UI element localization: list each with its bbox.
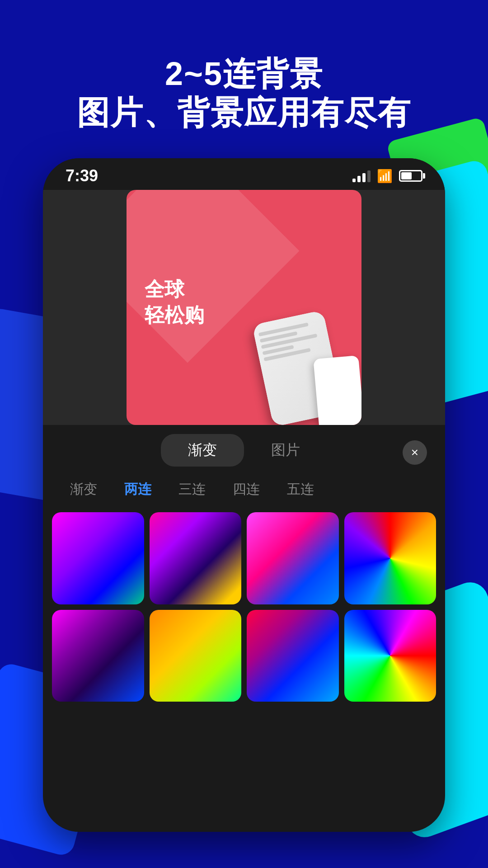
battery-icon [399,170,422,182]
status-bar: 7:39 📶 [43,158,445,190]
sub-tab-quint[interactable]: 五连 [273,476,328,503]
header-title-line2: 图片、背景应用有尽有 [0,93,488,132]
close-button[interactable]: × [403,440,427,465]
signal-bar-3 [362,173,366,182]
status-time: 7:39 [66,166,98,185]
status-icons: 📶 [352,169,422,184]
phone-illustration [249,307,361,425]
sub-tab-double[interactable]: 两连 [111,476,165,503]
bottom-panel: 渐变 图片 × 渐变 两连 三连 四连 五连 [43,425,445,711]
phone-mockup: 7:39 📶 全球 轻松购 [43,158,445,832]
gradient-cell-5[interactable] [52,610,144,702]
gradient-cell-7[interactable] [247,610,339,702]
preview-container: 全球 轻松购 [43,190,445,425]
battery-fill [401,172,412,179]
gradient-cell-3[interactable] [247,512,339,604]
gradient-cell-8[interactable] [344,610,436,702]
preview-text-line2: 轻松购 [145,302,204,328]
wifi-icon: 📶 [377,169,393,184]
gradient-cell-2[interactable] [150,512,242,604]
header-section: 2~5连背景 图片、背景应用有尽有 [0,54,488,132]
main-tab-bar: 渐变 图片 × [43,425,445,471]
signal-icon [352,170,371,182]
gradient-grid [43,512,445,711]
phone-outer [313,355,361,425]
gradient-cell-6[interactable] [150,610,242,702]
sub-tab-quad[interactable]: 四连 [219,476,273,503]
tab-image[interactable]: 图片 [244,434,327,467]
signal-bar-1 [352,179,356,182]
signal-bar-2 [357,176,361,182]
preview-card-text: 全球 轻松购 [145,276,204,328]
sub-tab-gradient[interactable]: 渐变 [56,476,111,503]
preview-card: 全球 轻松购 [127,190,361,425]
tab-gradient[interactable]: 渐变 [161,434,244,467]
preview-text-line1: 全球 [145,276,204,302]
sub-tab-triple[interactable]: 三连 [165,476,219,503]
sub-tab-bar: 渐变 两连 三连 四连 五连 [43,471,445,512]
gradient-cell-1[interactable] [52,512,144,604]
gradient-cell-4[interactable] [344,512,436,604]
header-title-line1: 2~5连背景 [0,54,488,93]
signal-bar-4 [367,170,371,182]
